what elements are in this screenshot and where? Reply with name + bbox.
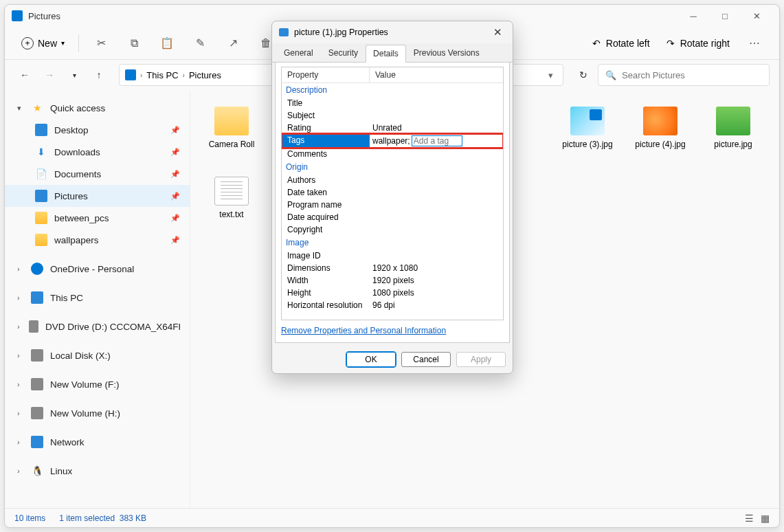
file-picture[interactable]: picture.jpg [706, 107, 761, 159]
file-text-txt[interactable]: text.txt [204, 177, 259, 219]
linux-icon: 🐧 [31, 465, 43, 477]
history-button[interactable]: ▾ [64, 65, 85, 85]
row-copyright[interactable]: Copyright [282, 223, 503, 236]
cut-button[interactable]: ✂ [86, 31, 116, 56]
share-button[interactable]: ↗ [218, 31, 248, 56]
file-picture-4[interactable]: picture (4).jpg [633, 107, 688, 159]
drive-icon [31, 349, 43, 362]
sidebar-quick-access[interactable]: ▾★Quick access [5, 97, 190, 119]
search-box[interactable]: 🔍 Search Pictures [598, 64, 770, 86]
sidebar-documents[interactable]: 📄Documents📌 [5, 163, 190, 185]
tab-security[interactable]: Security [321, 44, 366, 62]
close-button[interactable]: ✕ [741, 5, 772, 27]
row-horizontal-resolution[interactable]: Horizontal resolution96 dpi [282, 299, 503, 311]
sidebar-local-disk-x[interactable]: ›Local Disk (X:) [5, 344, 190, 366]
row-subject[interactable]: Subject [282, 109, 503, 122]
row-dimensions[interactable]: Dimensions1920 x 1080 [282, 262, 503, 274]
file-label: picture (3).jpg [562, 140, 612, 149]
row-title[interactable]: Title [282, 97, 503, 109]
row-authors[interactable]: Authors [282, 174, 503, 186]
sidebar-this-pc[interactable]: ›This PC [5, 287, 190, 309]
sidebar-volume-h[interactable]: ›New Volume (H:) [5, 402, 190, 424]
drive-icon [31, 378, 43, 390]
pin-icon: 📌 [170, 214, 180, 223]
sidebar-between-pcs[interactable]: between_pcs📌 [5, 207, 190, 229]
row-rating[interactable]: RatingUnrated [282, 122, 503, 134]
clipboard-icon: 📋 [160, 36, 174, 49]
copy-button[interactable]: ⧉ [119, 31, 149, 56]
row-program-name[interactable]: Program name [282, 199, 503, 211]
label: Quick access [50, 103, 105, 113]
row-date-acquired[interactable]: Date acquired [282, 211, 503, 223]
file-picture-3[interactable]: picture (3).jpg [560, 107, 615, 159]
cloud-icon [31, 263, 43, 275]
file-camera-roll[interactable]: Camera Roll [204, 107, 259, 159]
sidebar-network[interactable]: ›Network [5, 431, 190, 453]
forward-button[interactable]: → [39, 65, 60, 85]
download-icon: ⬇ [35, 146, 47, 158]
sidebar-pictures[interactable]: Pictures📌 [5, 185, 190, 207]
breadcrumb-root[interactable]: This PC [146, 70, 178, 80]
breadcrumb-current[interactable]: Pictures [189, 70, 221, 80]
refresh-button[interactable]: ↻ [573, 65, 594, 85]
sidebar-desktop[interactable]: Desktop📌 [5, 119, 190, 141]
rotate-left-button[interactable]: ↶ Rotate left [585, 34, 657, 53]
label: Network [50, 437, 85, 447]
maximize-button[interactable]: □ [709, 5, 741, 27]
tags-input[interactable] [412, 135, 462, 146]
row-width[interactable]: Width1920 pixels [282, 274, 503, 287]
image-thumbnail [643, 107, 677, 135]
tab-previous-versions[interactable]: Previous Versions [406, 44, 487, 62]
image-thumbnail [570, 107, 605, 135]
up-button[interactable]: ↑ [89, 65, 109, 85]
icons-view-button[interactable]: ▦ [761, 513, 770, 524]
label: Desktop [54, 125, 89, 135]
sidebar-linux[interactable]: ›🐧Linux [5, 460, 190, 482]
row-image-id[interactable]: Image ID [282, 250, 503, 262]
cancel-button[interactable]: Cancel [401, 352, 451, 367]
rotate-right-button[interactable]: ↷ Rotate right [660, 34, 737, 53]
rename-button[interactable]: ✎ [185, 31, 215, 56]
more-button[interactable]: ⋯ [739, 31, 770, 56]
sidebar-wallpapers[interactable]: wallpapers📌 [5, 229, 190, 251]
label: Downloads [54, 147, 100, 157]
new-button[interactable]: + New ▾ [14, 33, 71, 54]
col-property: Property [282, 67, 370, 82]
row-tags[interactable]: Tags wallpaper; [282, 134, 503, 148]
group-image: Image [282, 236, 503, 250]
drive-icon [31, 407, 43, 419]
label: OneDrive - Personal [50, 264, 134, 274]
chevron-right-icon: › [140, 71, 142, 79]
label: DVD Drive (D:) CCCOMA_X64FRE_EN-US [45, 322, 180, 332]
row-height[interactable]: Height1080 pixels [282, 287, 503, 299]
ok-button[interactable]: OK [346, 352, 396, 367]
remove-properties-link[interactable]: Remove Properties and Personal Informati… [281, 320, 504, 338]
dialog-close-button[interactable]: ✕ [489, 26, 506, 38]
text-file-icon [214, 177, 249, 206]
pin-icon: 📌 [170, 170, 180, 179]
details-view-button[interactable]: ☰ [745, 513, 754, 524]
label: wallpapers [54, 235, 99, 245]
back-button[interactable]: ← [14, 65, 35, 85]
chevron-down-icon: ▾ [61, 39, 65, 47]
sidebar-dvd-drive[interactable]: ›DVD Drive (D:) CCCOMA_X64FRE_EN-US [5, 315, 190, 337]
sidebar-volume-f[interactable]: ›New Volume (F:) [5, 373, 190, 395]
tags-value: wallpaper; [372, 136, 410, 146]
window-title: Pictures [28, 11, 60, 21]
document-icon: 📄 [35, 168, 47, 180]
row-date-taken[interactable]: Date taken [282, 186, 503, 199]
paste-button[interactable]: 📋 [152, 31, 182, 56]
dialog-tabs: General Security Details Previous Versio… [272, 43, 513, 63]
tab-details[interactable]: Details [366, 45, 406, 63]
row-comments[interactable]: Comments [282, 148, 503, 160]
minimize-button[interactable]: ─ [677, 5, 709, 27]
chevron-down-icon[interactable]: ▾ [548, 70, 553, 80]
sidebar-downloads[interactable]: ⬇Downloads📌 [5, 141, 190, 163]
apply-button[interactable]: Apply [456, 352, 506, 367]
tab-general[interactable]: General [276, 44, 321, 62]
label: New Volume (H:) [50, 408, 120, 419]
network-icon [31, 436, 43, 448]
property-grid[interactable]: Property Value Description Title Subject… [281, 67, 504, 320]
disc-icon [29, 320, 38, 333]
sidebar-onedrive[interactable]: ›OneDrive - Personal [5, 258, 190, 280]
